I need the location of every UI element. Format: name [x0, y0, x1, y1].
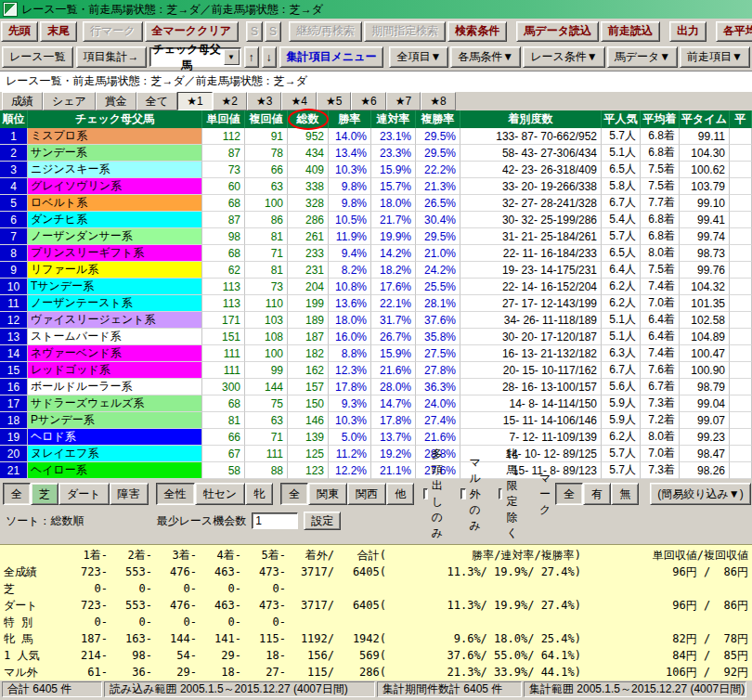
checkbox-box[interactable]	[423, 488, 428, 499]
tab-7[interactable]: ★4	[281, 92, 316, 110]
chevron-down-icon[interactable]: ▼	[224, 49, 240, 65]
race-list-button[interactable]: レース一覧	[2, 46, 73, 68]
checkbox-box[interactable]	[460, 488, 465, 499]
column-header-10[interactable]: 平均着	[641, 110, 680, 128]
column-header-9[interactable]: 平人気	[602, 110, 641, 128]
table-row-6[interactable]: 6ダンチヒ系878628610.5%21.7%30.4%30- 32- 25-1…	[0, 212, 752, 228]
table-row-20[interactable]: 20ヌレイエフ系6711112511.2%19.2%28.8%14- 10- 1…	[0, 446, 752, 462]
table-row-16[interactable]: 16ボールドルーラー系30014415717.8%28.0%36.3%28- 1…	[0, 379, 752, 395]
toolbar-button-12[interactable]: 各平均	[716, 21, 752, 42]
toolbar-button-8[interactable]: 検索条件	[447, 21, 507, 42]
sex-filter-2[interactable]: 牝	[245, 483, 273, 505]
table-row-17[interactable]: 17サドラーズウェルズ系68751509.3%14.7%24.0%14- 8- …	[0, 395, 752, 412]
mark-filter-2[interactable]: 無	[611, 483, 639, 505]
menu-button-4[interactable]: 前走項目▼	[680, 46, 750, 68]
menu-button-2[interactable]: レース条件▼	[523, 46, 604, 68]
table-row-15[interactable]: 15レッドゴッド系1119916212.3%21.6%27.8%20- 15- …	[0, 362, 752, 379]
cell-quinella: 15.7%	[371, 178, 416, 195]
mark-filter-0[interactable]: 全	[555, 483, 583, 505]
item-aggregate-button[interactable]: 項目集計→	[76, 46, 147, 68]
toolbar-button-5[interactable]: S	[265, 21, 281, 42]
surface-filter-1[interactable]: 芝	[31, 483, 58, 505]
tab-2[interactable]: 賞金	[96, 92, 136, 110]
summary-value: 1942(	[334, 632, 386, 645]
surface-filter-2[interactable]: ダート	[58, 483, 110, 505]
region-filter-0[interactable]: 全	[280, 483, 308, 505]
column-header-2[interactable]: 単回値	[202, 110, 245, 128]
table-row-9[interactable]: 9リファール系62812318.2%18.2%24.2%19- 23- 14-1…	[0, 262, 752, 279]
tab-3[interactable]: 全て	[136, 92, 177, 110]
checkbox-0[interactable]: 多頭出しのみ	[423, 447, 449, 541]
tab-10[interactable]: ★7	[386, 92, 421, 110]
column-header-5[interactable]: 勝率	[329, 110, 371, 128]
column-header-7[interactable]: 複勝率	[416, 110, 460, 128]
table-row-7[interactable]: 7ノーザンダンサー系988126111.9%19.9%29.5%31- 21- …	[0, 228, 752, 245]
column-header-12[interactable]: 平	[730, 110, 752, 128]
column-header-3[interactable]: 複回値	[245, 110, 288, 128]
toolbar-button-11[interactable]: 出力	[669, 21, 707, 42]
sex-filter-1[interactable]: 牡セン	[195, 483, 246, 505]
menu-button-0[interactable]: 全項目▼	[389, 46, 448, 68]
toolbar-button-3[interactable]: 全マーククリア	[145, 21, 239, 42]
region-filter-2[interactable]: 関西	[347, 483, 386, 505]
surface-filter-3[interactable]: 障害	[110, 483, 149, 505]
min-races-input[interactable]	[252, 512, 298, 529]
table-row-14[interactable]: 14ネヴァーベンド系1111001828.8%15.9%27.5%16- 13-…	[0, 345, 752, 362]
quick-filter-button[interactable]: (簡易絞り込み▼)	[650, 483, 750, 505]
table-row-1[interactable]: 1ミスプロ系1129195214.0%23.1%29.5%133- 87- 70…	[0, 128, 752, 145]
toolbar-button-0[interactable]: 先頭	[1, 21, 38, 42]
tab-0[interactable]: 成績	[2, 92, 43, 110]
toolbar-button-10[interactable]: 前走読込	[601, 21, 660, 42]
tab-11[interactable]: ★8	[421, 92, 455, 110]
tab-8[interactable]: ★5	[317, 92, 351, 110]
column-header-11[interactable]: 平タイム	[680, 110, 730, 128]
menu-button-1[interactable]: 各馬条件▼	[450, 46, 521, 68]
table-row-13[interactable]: 13ストームバード系15110818716.0%26.7%35.8%30- 20…	[0, 329, 752, 345]
tab-6[interactable]: ★3	[247, 92, 281, 110]
mark-filter-1[interactable]: 有	[583, 483, 611, 505]
apply-button[interactable]: 設定	[304, 512, 341, 530]
toolbar-button-7[interactable]: 期間指定検索	[364, 21, 446, 42]
cell-win_roi: 58	[202, 462, 245, 479]
checkbox-1[interactable]: マル外のみ	[460, 455, 486, 534]
tab-4[interactable]: ★1	[177, 92, 212, 110]
column-header-0[interactable]: 順位	[0, 110, 28, 128]
aggregate-item-combobox[interactable]: チェック母父馬 ▼	[149, 47, 241, 67]
toolbar-button-1[interactable]: 末尾	[40, 21, 77, 42]
table-row-4[interactable]: 4グレイソヴリン系60633389.8%15.7%21.3%33- 20- 19…	[0, 178, 752, 195]
table-row-10[interactable]: 10Tサンデー系1137320410.8%17.6%25.5%22- 14- 1…	[0, 279, 752, 295]
column-header-6[interactable]: 連対率	[371, 110, 416, 128]
move-down-button[interactable]: ↓	[262, 46, 277, 68]
cell-avg_pop: 5.7人	[602, 446, 641, 462]
toolbar-button-9[interactable]: 馬データ読込	[516, 21, 599, 42]
region-filter-1[interactable]: 関東	[308, 483, 347, 505]
menu-button-3[interactable]: 馬データ▼	[607, 46, 678, 68]
table-row-19[interactable]: 19ヘロド系66711395.0%13.7%21.6%7- 12- 11-109…	[0, 429, 752, 446]
table-row-11[interactable]: 11ノーザンテースト系11311019913.6%22.1%28.1%27- 1…	[0, 295, 752, 312]
table-row-2[interactable]: 2サンデー系877843413.4%23.3%29.5%58- 43- 27-3…	[0, 145, 752, 162]
table-row-3[interactable]: 3ニジンスキー系736640910.3%15.9%22.2%42- 23- 26…	[0, 162, 752, 178]
region-filter-3[interactable]: 他	[386, 483, 414, 505]
table-row-12[interactable]: 12ヴァイスリージェント系17110318918.0%31.7%37.6%34-…	[0, 312, 752, 329]
checkbox-2[interactable]: 牝馬限定除く	[499, 447, 525, 541]
column-header-8[interactable]: 着別度数	[460, 110, 602, 128]
aggregate-item-menu-button[interactable]: 集計項目メニュー	[279, 46, 384, 68]
tab-9[interactable]: ★6	[351, 92, 385, 110]
table-row-21[interactable]: 21ヘイロー系588812312.2%21.1%27.6%15- 11- 8- …	[0, 462, 752, 479]
move-up-button[interactable]: ↑	[244, 46, 259, 68]
toolbar-button-6[interactable]: 継続/再検索	[289, 21, 362, 42]
checkbox-box[interactable]	[499, 488, 503, 499]
table-row-8[interactable]: 8プリンスリーギフト系68712339.4%14.2%21.0%22- 11- …	[0, 245, 752, 262]
toolbar-button-4[interactable]: S	[246, 21, 263, 42]
table-row-18[interactable]: 18Pサンデー系816314610.3%17.8%27.4%15- 11- 14…	[0, 412, 752, 429]
summary-value: 106円 / 92円	[581, 665, 748, 681]
toolbar-button-2[interactable]: 行マーク	[83, 21, 143, 42]
surface-filter-0[interactable]: 全	[3, 483, 31, 505]
cell-total: 286	[288, 212, 329, 228]
sex-filter-0[interactable]: 全性	[156, 483, 195, 505]
tab-5[interactable]: ★2	[213, 92, 247, 110]
column-header-1[interactable]: チェック母父馬	[28, 110, 202, 128]
table-row-5[interactable]: 5ロベルト系681003289.8%18.0%26.5%32- 27- 28-2…	[0, 195, 752, 212]
column-header-4[interactable]: 総数	[288, 110, 329, 128]
tab-1[interactable]: シェア	[43, 92, 96, 110]
